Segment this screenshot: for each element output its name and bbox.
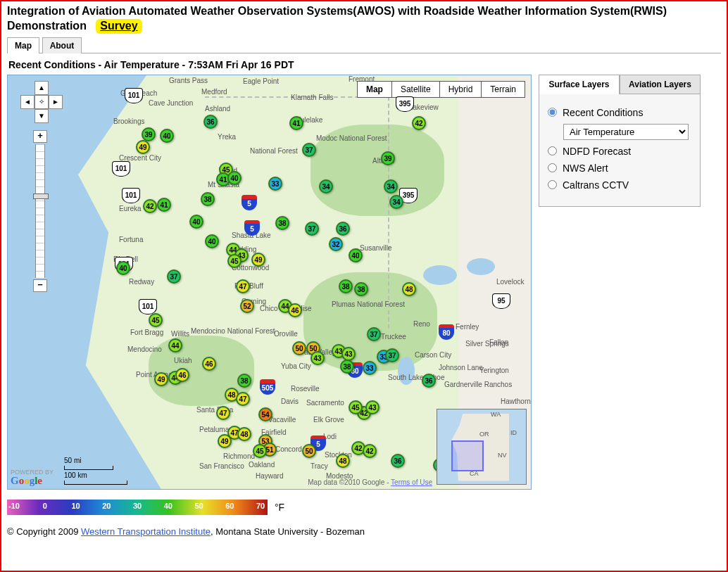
terms-link[interactable]: Terms of Use xyxy=(391,478,432,486)
radio-recent-conditions[interactable] xyxy=(548,108,557,117)
overview-viewport-rect[interactable] xyxy=(451,440,484,471)
temperature-marker[interactable]: 34 xyxy=(319,179,333,193)
temperature-marker[interactable]: 37 xyxy=(167,269,181,284)
temperature-marker[interactable]: 49 xyxy=(136,140,150,154)
place-label: Ashland xyxy=(205,105,230,113)
opt-nws-alert[interactable]: NWS Alert xyxy=(548,163,691,174)
temperature-marker[interactable]: 41 xyxy=(157,198,171,212)
radio-ndfd[interactable] xyxy=(548,146,557,155)
temperature-marker[interactable]: 45 xyxy=(253,444,267,458)
temperature-marker[interactable]: 37 xyxy=(367,327,381,341)
tab-map[interactable]: Map xyxy=(7,37,39,53)
temperature-marker[interactable]: 37 xyxy=(305,222,319,236)
temperature-marker[interactable]: 44 xyxy=(168,338,182,352)
temperature-marker[interactable]: 43 xyxy=(365,400,379,414)
pan-left-button[interactable]: ◄ xyxy=(20,95,34,109)
maptype-satellite-button[interactable]: Satellite xyxy=(391,81,440,98)
pan-down-button[interactable]: ▼ xyxy=(34,109,49,123)
radio-nws-alert[interactable] xyxy=(548,163,557,172)
place-label: Eagle Point xyxy=(243,77,279,85)
zoom-slider[interactable] xyxy=(35,144,45,278)
temperature-marker[interactable]: 48 xyxy=(237,427,251,441)
temperature-marker[interactable]: 38 xyxy=(237,374,251,388)
temperature-marker[interactable]: 38 xyxy=(275,216,289,230)
temperature-marker[interactable]: 34 xyxy=(384,179,398,193)
place-label: San Francisco xyxy=(199,462,244,470)
temperature-marker[interactable]: 42 xyxy=(363,444,377,458)
overview-map[interactable]: WA OR ID NV CA xyxy=(437,409,527,485)
temperature-marker[interactable]: 40 xyxy=(349,248,363,262)
pan-right-button[interactable]: ► xyxy=(49,95,63,109)
temperature-marker[interactable]: 48 xyxy=(336,454,350,468)
legend-tick: 30 xyxy=(133,502,142,510)
opt-recent-conditions[interactable]: Recent Conditions xyxy=(548,107,691,118)
temperature-marker[interactable]: 46 xyxy=(202,357,216,371)
survey-link[interactable]: Survey xyxy=(96,19,142,34)
temperature-marker[interactable]: 49 xyxy=(251,253,265,267)
temperature-marker[interactable]: 38 xyxy=(201,192,215,206)
temperature-marker[interactable]: 43 xyxy=(310,351,325,365)
temperature-marker[interactable]: 46 xyxy=(175,368,189,382)
temperature-marker[interactable]: 48 xyxy=(402,282,416,296)
temperature-marker[interactable]: 32 xyxy=(329,237,343,251)
temperature-marker[interactable]: 39 xyxy=(381,151,395,165)
temperature-marker[interactable]: 38 xyxy=(340,360,354,374)
temperature-marker[interactable]: 40 xyxy=(205,234,219,248)
tab-aviation-layers[interactable]: Aviation Layers xyxy=(620,75,701,94)
radio-caltrans-cctv[interactable] xyxy=(548,180,557,189)
us-route-shield: 101 xyxy=(122,188,140,203)
temperature-marker[interactable]: 47 xyxy=(236,392,250,406)
pan-up-button[interactable]: ▲ xyxy=(34,81,49,95)
place-label: Medford xyxy=(201,88,227,96)
temperature-marker[interactable]: 46 xyxy=(288,303,302,317)
tab-surface-layers[interactable]: Surface Layers xyxy=(539,75,620,94)
temperature-marker[interactable]: 50 xyxy=(292,341,306,355)
temperature-marker[interactable]: 37 xyxy=(302,143,316,157)
temperature-marker[interactable]: 40 xyxy=(227,171,241,185)
temperature-marker[interactable]: 47 xyxy=(236,279,250,293)
zoom-in-button[interactable]: + xyxy=(33,130,47,143)
temperature-marker[interactable]: 36 xyxy=(422,374,436,388)
temperature-marker[interactable]: 49 xyxy=(218,434,232,448)
temperature-marker[interactable]: 42 xyxy=(143,199,157,213)
temperature-marker[interactable]: 45 xyxy=(349,400,363,414)
temperature-marker[interactable]: 54 xyxy=(258,407,272,421)
temperature-marker[interactable]: 49 xyxy=(154,372,168,386)
temperature-marker[interactable]: 36 xyxy=(391,454,405,468)
interstate-shield: 505 xyxy=(260,379,275,395)
temperature-marker[interactable]: 37 xyxy=(385,348,399,362)
maptype-hybrid-button[interactable]: Hybrid xyxy=(439,81,482,98)
temperature-marker[interactable]: 40 xyxy=(160,129,174,143)
temperature-marker[interactable]: 39 xyxy=(142,127,156,141)
temperature-marker[interactable]: 36 xyxy=(203,115,218,129)
temperature-marker[interactable]: 50 xyxy=(302,444,316,458)
pan-reset-button[interactable]: ✧ xyxy=(34,95,49,109)
temperature-marker[interactable]: 43 xyxy=(341,347,356,361)
recent-variable-select[interactable]: Air Temperature xyxy=(563,124,689,140)
temperature-marker[interactable]: 38 xyxy=(339,279,353,293)
temperature-marker[interactable]: 40 xyxy=(116,261,130,275)
temperature-marker[interactable]: 45 xyxy=(227,254,241,268)
pan-control: ▲ ◄ ✧ ► ▼ xyxy=(20,81,63,123)
opt-ndfd[interactable]: NDFD Forecast xyxy=(548,146,691,157)
temperature-marker[interactable]: 33 xyxy=(268,177,282,191)
temperature-marker[interactable]: 47 xyxy=(216,406,230,420)
temperature-marker[interactable]: 33 xyxy=(363,361,377,375)
temperature-marker[interactable]: 52 xyxy=(240,299,254,313)
map-viewport[interactable]: ▲ ◄ ✧ ► ▼ + − Map Satellite Hybrid Terra… xyxy=(7,75,532,490)
temperature-marker[interactable]: 38 xyxy=(354,282,368,296)
zoom-out-button[interactable]: − xyxy=(33,279,47,292)
temperature-marker[interactable]: 34 xyxy=(389,195,403,209)
maptype-terrain-button[interactable]: Terrain xyxy=(481,81,525,98)
temperature-marker[interactable]: 40 xyxy=(189,215,203,229)
place-label: Fernley xyxy=(456,323,479,331)
wti-link[interactable]: Western Transportation Institute xyxy=(81,526,211,537)
zoom-handle[interactable] xyxy=(33,193,49,199)
temperature-marker[interactable]: 42 xyxy=(412,116,426,130)
temperature-marker[interactable]: 36 xyxy=(336,222,350,236)
temperature-marker[interactable]: 45 xyxy=(149,313,163,327)
tab-about[interactable]: About xyxy=(42,37,82,53)
temperature-marker[interactable]: 41 xyxy=(289,116,303,130)
maptype-map-button[interactable]: Map xyxy=(357,81,392,98)
opt-caltrans-cctv[interactable]: Caltrans CCTV xyxy=(548,179,691,191)
